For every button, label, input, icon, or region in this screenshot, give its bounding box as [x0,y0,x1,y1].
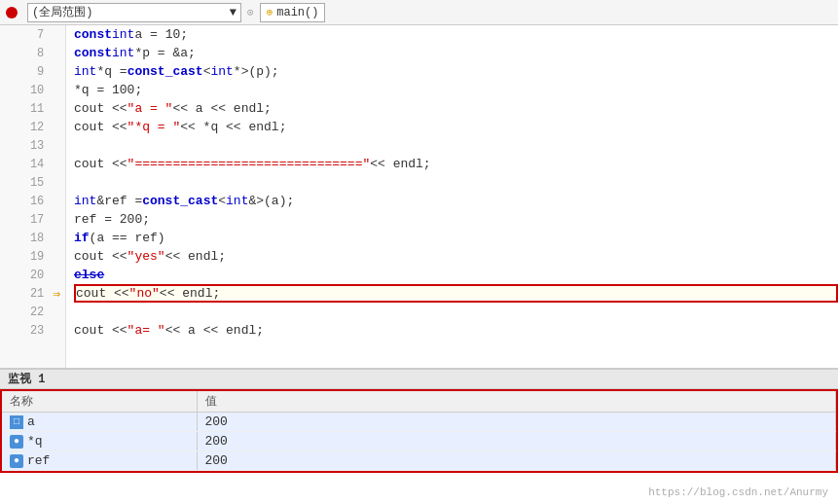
toolbar-separator: ⊙ [247,6,254,18]
line-number: 18 [18,232,49,245]
watch-name-cell: □a [2,413,197,432]
line-gutter: 789101112131415161718192021⇒2223 [0,25,66,368]
gutter-row: 14 [0,155,65,173]
line-number: 17 [18,213,49,227]
gutter-row: 10 [0,81,65,99]
gutter-row: 11 [0,99,65,118]
arrow-col: ⇒ [48,286,65,302]
watch-content: 名称 值 □a200●*q200●ref200 [0,389,838,473]
line-number: 21 [18,287,49,301]
watch-value-cell: 200 [197,413,836,432]
gutter-row: 21⇒ [0,284,65,303]
code-lines[interactable]: const int a = 10;const int *p = &a;int *… [66,25,838,368]
line-number: 14 [18,158,49,171]
line-number: 12 [18,121,49,134]
watch-row: □a200 [2,413,836,432]
gutter-row: 17 [0,210,65,229]
gutter-row: 8 [0,44,65,62]
code-line: int *q = const_cast<int*>(p); [74,62,838,81]
gutter-row: 13 [0,136,65,155]
gutter-row: 23 [0,321,65,340]
line-number: 10 [18,84,49,97]
line-number: 22 [18,306,49,319]
watch-row: ●*q200 [2,432,836,451]
line-number: 8 [18,47,49,60]
watch-icon: ● [10,435,23,449]
watch-icon: □ [10,415,23,429]
code-line: if (a == ref) [74,229,838,247]
watch-value-cell: 200 [197,451,836,471]
gutter-row: 20 [0,266,65,284]
code-line [74,173,838,192]
line-number: 20 [18,269,49,282]
main-container: (全局范围) ▼ ⊙ ⊕ main() 78910111213141516171… [0,0,838,504]
code-editor: 789101112131415161718192021⇒2223 const i… [0,25,838,368]
watch-name-cell: ●ref [2,451,197,471]
line-number: 16 [18,195,49,208]
watch-var-name: ref [27,453,50,468]
gutter-row: 7 [0,25,65,44]
line-number: 9 [18,65,49,79]
scope-label: (全局范围) [32,4,92,20]
watch-panel: 监视 1 名称 值 □a200●*q200●ref200 [0,368,838,504]
red-dot-indicator [6,7,18,18]
watch-row: ●ref200 [2,451,836,471]
code-line [74,303,838,321]
code-line: cout << "a = " << a << endl; [74,99,838,118]
watch-header-row: 名称 值 [2,391,836,413]
code-line: cout << "*q = " << *q << endl; [74,118,838,136]
gutter-row: 12 [0,118,65,136]
function-label: main() [276,6,318,19]
line-number: 11 [18,102,49,116]
code-line: const int *p = &a; [74,44,838,62]
function-selector[interactable]: ⊕ main() [260,3,326,22]
gutter-row: 19 [0,247,65,266]
scope-dropdown[interactable]: (全局范围) ▼ [27,3,241,22]
code-area: 789101112131415161718192021⇒2223 const i… [0,25,838,368]
line-number: 19 [18,250,49,264]
watermark: https://blog.csdn.net/Anurmy [648,486,828,498]
watch-col-value: 值 [197,391,836,413]
code-line [74,136,838,155]
watch-var-name: *q [27,434,43,449]
gutter-row: 9 [0,62,65,81]
line-number: 23 [18,324,49,338]
gutter-row: 16 [0,192,65,210]
code-line: int &ref = const_cast<int&>(a); [74,192,838,210]
code-line: cout << "no" << endl; [74,284,838,303]
code-line: else [74,266,838,284]
code-line: cout << "=============================="… [74,155,838,173]
line-number: 15 [18,176,49,190]
gutter-row: 15 [0,173,65,192]
code-line: cout << "a= " << a << endl; [74,321,838,340]
scope-dropdown-arrow: ▼ [230,6,237,19]
watch-icon: ● [10,454,23,468]
gutter-row: 18 [0,229,65,247]
line-number: 7 [18,28,49,42]
watch-var-name: a [27,414,35,429]
function-icon: ⊕ [267,6,273,18]
watch-col-name: 名称 [2,391,197,413]
watch-name-cell: ●*q [2,432,197,451]
code-line: ref = 200; [74,210,838,229]
watch-value-cell: 200 [197,432,836,451]
watch-title: 监视 1 [0,370,838,389]
code-line: const int a = 10; [74,25,838,44]
toolbar: (全局范围) ▼ ⊙ ⊕ main() [0,0,838,25]
gutter-row: 22 [0,303,65,321]
line-number: 13 [18,139,49,153]
watch-table: 名称 值 □a200●*q200●ref200 [2,391,836,471]
code-line: cout << "yes" << endl; [74,247,838,266]
code-line: *q = 100; [74,81,838,99]
